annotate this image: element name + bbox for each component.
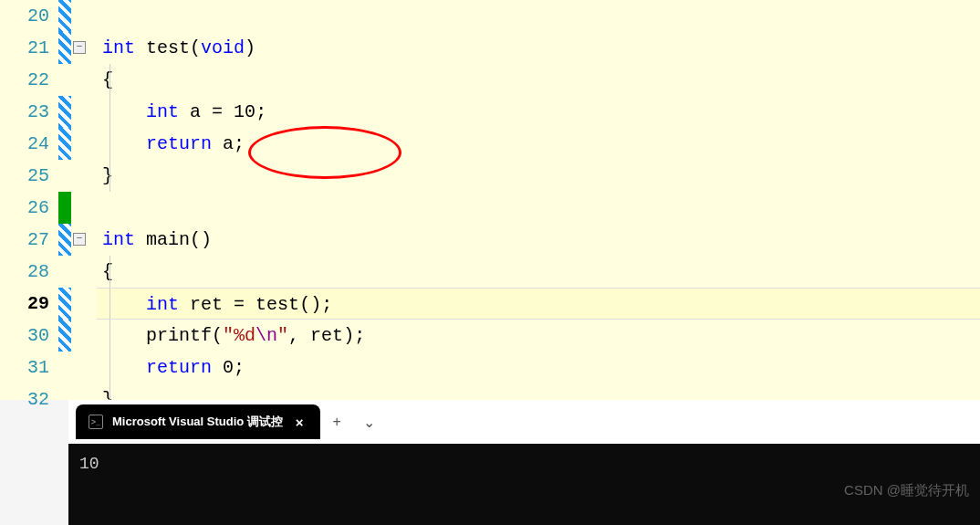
code-line[interactable]: return a;: [97, 128, 980, 160]
code-line[interactable]: [97, 192, 980, 224]
line-number: 29: [0, 288, 49, 320]
line-number: 22: [0, 64, 49, 96]
code-line[interactable]: printf("%d\n", ret);: [97, 320, 980, 352]
change-bar-segment: [58, 288, 71, 320]
line-number: 31: [0, 352, 49, 383]
terminal-output-text: 10: [79, 455, 99, 473]
change-bar-segment: [58, 96, 71, 128]
line-number: 28: [0, 256, 49, 288]
line-number: 32: [0, 383, 49, 415]
change-bar-segment: [58, 320, 71, 352]
token-str: "%d: [223, 325, 255, 346]
change-bar-segment: [58, 352, 71, 383]
change-bar-segment: [58, 256, 71, 288]
token-punct: =: [212, 101, 223, 122]
token-ident: printf: [146, 325, 212, 346]
token-punct: (: [212, 325, 223, 346]
code-editor[interactable]: 20212223242526272829303132 −− int test(v…: [0, 0, 980, 400]
token-punct: {: [102, 69, 113, 90]
change-bar-segment: [58, 224, 71, 256]
change-bar-segment: [58, 32, 71, 64]
line-number: 30: [0, 320, 49, 352]
token-punct: ();: [299, 294, 332, 315]
fold-column: −−: [71, 0, 97, 400]
code-line[interactable]: return 0;: [97, 352, 980, 383]
line-number: 25: [0, 160, 49, 192]
change-bar-segment: [58, 160, 71, 192]
watermark: CSDN @睡觉待开机: [844, 482, 969, 499]
code-line[interactable]: {: [97, 64, 980, 96]
code-line[interactable]: {: [97, 256, 980, 288]
terminal-tab-bar: >_ Microsoft Visual Studio 调试控 × + ⌄: [68, 400, 980, 444]
line-number: 24: [0, 128, 49, 160]
token-ident: 10: [234, 101, 255, 122]
token-type: void: [201, 37, 245, 58]
token-punct: {: [102, 261, 113, 282]
token-punct: }: [102, 165, 113, 186]
token-type: int: [146, 101, 179, 122]
code-line[interactable]: int main(): [97, 224, 980, 256]
line-number: 23: [0, 96, 49, 128]
token-ident: test: [255, 294, 299, 315]
token-punct: ;: [255, 101, 266, 122]
token-type: int: [102, 229, 135, 250]
line-number: 21: [0, 32, 49, 64]
terminal-panel: >_ Microsoft Visual Studio 调试控 × + ⌄ 10: [68, 400, 980, 525]
line-number: 27: [0, 224, 49, 256]
token-punct: ,: [288, 325, 310, 346]
fold-toggle[interactable]: −: [73, 233, 86, 246]
change-indicator-bar: [58, 0, 71, 400]
token-punct: =: [234, 294, 245, 315]
change-bar-segment: [58, 0, 71, 32]
terminal-tab-title: Microsoft Visual Studio 调试控: [112, 414, 283, 430]
code-line[interactable]: [97, 0, 980, 32]
new-tab-button[interactable]: +: [324, 408, 350, 436]
token-ident: ret: [190, 294, 223, 315]
token-str: ": [277, 325, 288, 346]
code-line[interactable]: }: [97, 160, 980, 192]
token-type: int: [146, 294, 179, 315]
close-icon[interactable]: ×: [292, 413, 308, 432]
code-line[interactable]: int a = 10;: [97, 96, 980, 128]
token-punct: ): [245, 37, 255, 58]
code-area[interactable]: int test(void){ int a = 10; return a;}in…: [97, 0, 980, 400]
line-number: 26: [0, 192, 49, 224]
code-line[interactable]: int ret = test();: [97, 288, 980, 320]
token-punct: );: [343, 325, 365, 346]
change-bar-segment: [58, 64, 71, 96]
token-esc: \n: [255, 325, 277, 346]
token-type: int: [102, 37, 135, 58]
token-punct: ;: [234, 357, 245, 378]
token-kw: return: [146, 133, 212, 154]
token-punct: (): [190, 229, 212, 250]
fold-toggle[interactable]: −: [73, 41, 86, 54]
change-bar-segment: [58, 192, 71, 224]
token-ident: main: [146, 229, 190, 250]
token-ident: a: [223, 133, 234, 154]
token-ident: test: [146, 37, 190, 58]
tab-dropdown-button[interactable]: ⌄: [354, 408, 384, 436]
terminal-icon: >_: [89, 415, 103, 429]
line-number: 20: [0, 0, 49, 32]
token-kw: return: [146, 357, 212, 378]
code-line[interactable]: int test(void): [97, 32, 980, 64]
token-ident: 0: [223, 357, 234, 378]
token-punct: ;: [234, 133, 245, 154]
token-ident: a: [190, 101, 201, 122]
change-bar-segment: [58, 128, 71, 160]
token-punct: (: [190, 37, 201, 58]
line-number-gutter: 20212223242526272829303132: [0, 0, 58, 400]
terminal-tab-active[interactable]: >_ Microsoft Visual Studio 调试控 ×: [76, 404, 320, 439]
token-ident: ret: [310, 325, 343, 346]
